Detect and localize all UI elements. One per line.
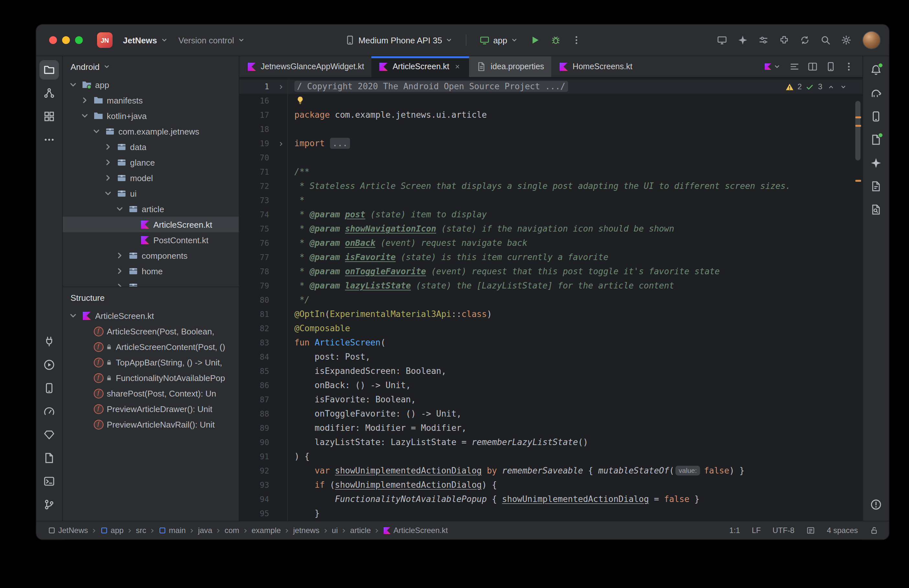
code-line-73[interactable]: 73 *	[239, 194, 862, 208]
app-quality-insights-tool-button[interactable]	[39, 425, 59, 444]
terminal-tool-button[interactable]	[39, 472, 59, 491]
code-line-75[interactable]: 75 * @param showNavigationIcon (state) i…	[239, 222, 862, 236]
project-item-postcontent-kt[interactable]: PostContent.kt	[63, 232, 239, 248]
code-line-90[interactable]: 90 lazyListState: LazyListState = rememb…	[239, 435, 862, 449]
chevron-right-icon[interactable]	[115, 250, 125, 261]
breadcrumb-main[interactable]: main	[158, 526, 186, 535]
device-selector[interactable]: Medium Phone API 35	[340, 32, 459, 48]
code-editor[interactable]: 1/ Copyright 2020 The Android Open Sourc…	[239, 78, 862, 521]
breadcrumb-example[interactable]: example	[252, 526, 281, 535]
code-line-80[interactable]: 80 */	[239, 293, 862, 307]
structure-item-previewarticledrawer-unit[interactable]: fPreviewArticleDrawer(): Unit	[63, 401, 239, 417]
code-line-81[interactable]: 81@OptIn(ExperimentalMaterial3Api::class…	[239, 307, 862, 321]
pull-requests-tool-button[interactable]	[39, 84, 59, 103]
build-variants-tool-button[interactable]	[866, 177, 886, 196]
project-item-com-example-jetnews[interactable]: com.example.jetnews	[63, 124, 239, 139]
project-item-glance[interactable]: glance	[63, 155, 239, 170]
breadcrumb-java[interactable]: java	[198, 526, 212, 535]
chevron-down-icon[interactable]	[91, 126, 102, 136]
code-line-78[interactable]: 78 * @param onToggleFavorite (event) req…	[239, 265, 862, 279]
structure-item-articlescreen-post-boolean[interactable]: fArticleScreen(Post, Boolean,	[63, 323, 239, 339]
device-explorer-tool-button[interactable]	[866, 200, 886, 219]
warning-stripe-mark[interactable]	[855, 116, 861, 118]
editor-more-button[interactable]	[840, 58, 857, 75]
project-item-home[interactable]: home	[63, 263, 239, 279]
tab-jetnewsglanceappwidget-kt[interactable]: JetnewsGlanceAppWidget.kt	[239, 56, 371, 77]
project-menu[interactable]: JetNews	[118, 33, 173, 48]
structure-item-articlescreencontent-post[interactable]: fArticleScreenContent(Post, ()	[63, 339, 239, 354]
project-tool-button[interactable]	[39, 60, 59, 79]
close-window-button[interactable]	[49, 36, 57, 44]
device-mirroring-button[interactable]	[713, 31, 731, 49]
gradle-sync-button[interactable]	[796, 31, 814, 49]
chevron-down-icon[interactable]	[115, 204, 125, 214]
readonly-lock-icon[interactable]	[870, 526, 878, 535]
structure-item-articlescreen-kt[interactable]: ArticleScreen.kt	[63, 308, 239, 323]
warning-stripe-mark[interactable]	[855, 125, 861, 127]
tab-articlescreen-kt[interactable]: ArticleScreen.kt	[371, 56, 469, 77]
code-line-72[interactable]: 72 * Stateless Article Screen that displ…	[239, 179, 862, 194]
prev-problem-icon[interactable]	[827, 83, 835, 90]
chevron-down-icon[interactable]	[103, 188, 113, 199]
structure-item-previewarticlenavrail-unit[interactable]: fPreviewArticleNavRail(): Unit	[63, 417, 239, 432]
breadcrumb-ui[interactable]: ui	[332, 526, 338, 535]
intention-bulb-icon[interactable]	[295, 96, 305, 105]
structure-item-sharepost-post-context-un[interactable]: fsharePost(Post, Context): Un	[63, 386, 239, 401]
chevron-right-icon[interactable]	[103, 173, 113, 183]
code-line-92[interactable]: 92 var showUnimplementedActionDialog by …	[239, 464, 862, 478]
code-line-70[interactable]: 70	[239, 151, 862, 165]
breadcrumb-src[interactable]: src	[136, 526, 146, 535]
line-separator[interactable]: LF	[752, 526, 761, 535]
code-line-16[interactable]: 16	[239, 94, 862, 108]
settings-button[interactable]	[837, 31, 855, 49]
fold-marker-icon[interactable]	[277, 83, 284, 90]
project-item-data[interactable]: data	[63, 139, 239, 155]
device-manager-tool-button[interactable]	[39, 378, 59, 398]
code-line-19[interactable]: 19import ...	[239, 136, 862, 151]
debug-button[interactable]	[547, 31, 565, 49]
more-run-actions-button[interactable]	[567, 31, 586, 49]
gradle-tool-button[interactable]	[866, 84, 886, 103]
code-line-82[interactable]: 82@Composable	[239, 321, 862, 336]
code-line-86[interactable]: 86 onBack: () -> Unit,	[239, 378, 862, 393]
code-line-71[interactable]: 71/**	[239, 165, 862, 179]
project-item-clipped[interactable]	[63, 279, 239, 287]
more-tool-windows-tool-button[interactable]	[39, 130, 59, 149]
notifications-tool-button[interactable]	[866, 60, 886, 79]
code-line-85[interactable]: 85 isExpandedScreen: Boolean,	[239, 364, 862, 378]
indent-setting[interactable]: 4 spaces	[827, 526, 858, 535]
close-tab-icon[interactable]	[453, 62, 462, 71]
breadcrumb-jetnews[interactable]: jetnews	[293, 526, 319, 535]
hidden-tabs-dropdown[interactable]	[760, 56, 786, 77]
run-button[interactable]	[526, 31, 544, 49]
code-line-94[interactable]: 94 FunctionalityNotAvailablePopup { show…	[239, 492, 862, 507]
version-control-tool-button[interactable]	[39, 495, 59, 514]
project-item-kotlin-java[interactable]: kotlin+java	[63, 108, 239, 124]
gemini-button[interactable]	[734, 31, 752, 49]
tab-idea-properties[interactable]: idea.properties	[469, 56, 551, 77]
chevron-right-icon[interactable]	[79, 95, 90, 105]
project-view-selector[interactable]: Android	[63, 56, 239, 77]
breadcrumb-com[interactable]: com	[224, 526, 239, 535]
version-control-menu[interactable]: Version control	[173, 33, 250, 48]
resource-manager-tool-button[interactable]	[39, 107, 59, 126]
user-avatar[interactable]	[863, 32, 880, 48]
code-line-91[interactable]: 91) {	[239, 449, 862, 464]
zoom-window-button[interactable]	[75, 36, 83, 44]
build-variants-button[interactable]	[754, 31, 772, 49]
app-inspection-tool-button[interactable]	[39, 332, 59, 351]
next-problem-icon[interactable]	[840, 83, 847, 90]
code-style-icon[interactable]	[806, 526, 815, 535]
scrollbar-thumb[interactable]	[855, 101, 861, 160]
run-configuration-selector[interactable]: app	[475, 32, 523, 48]
logcat-tool-button[interactable]	[866, 130, 886, 149]
chevron-right-icon[interactable]	[115, 281, 125, 287]
chevron-down-icon[interactable]	[68, 310, 78, 321]
warning-stripe-mark[interactable]	[855, 180, 861, 182]
chevron-right-icon[interactable]	[103, 142, 113, 152]
file-encoding[interactable]: UTF-8	[772, 526, 794, 535]
device-preview-button[interactable]	[822, 58, 839, 75]
project-item-app[interactable]: app	[63, 77, 239, 92]
code-line-74[interactable]: 74 * @param post (state) item to display	[239, 208, 862, 222]
breadcrumb-articlescreen-kt[interactable]: ArticleScreen.kt	[383, 526, 448, 535]
